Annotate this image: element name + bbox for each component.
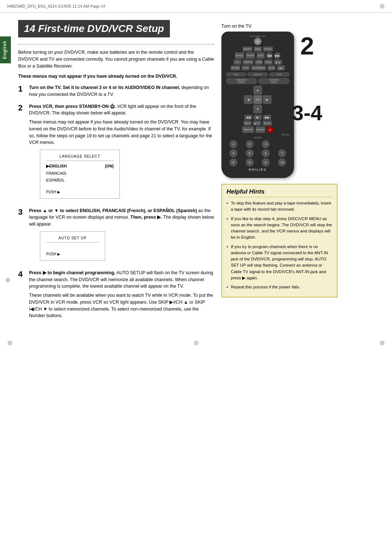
bottom-center-crosshair-icon: ⊕: [193, 339, 199, 347]
page-wrapper: H9821MD_DFU_EN1_0214 2/14/05 11:14 AM Pa…: [0, 0, 392, 555]
num-7-button[interactable]: 7: [278, 149, 286, 157]
step-2-number: 2: [18, 104, 26, 112]
step-4-number: 4: [18, 270, 26, 278]
transport-row: ◀◀ ▶ ▶▶: [226, 115, 290, 120]
ffwd-button[interactable]: ▶▶: [263, 115, 271, 120]
step-1-number: 1: [18, 85, 26, 93]
vcrtv-button[interactable]: VCR/TV: [247, 72, 268, 77]
mode-button[interactable]: MODE: [254, 46, 262, 52]
step-4: 4 Press ▶ to begin channel programming. …: [18, 270, 214, 319]
dpad-empty-1: [244, 86, 253, 94]
step-3-title: Press ▲ or ▼ to select ENGLISH, FRANCAIS…: [29, 208, 197, 213]
bottom-left-crosshair-icon: ⊕: [7, 339, 13, 347]
bottom-crosshairs: ⊕ ⊕ ⊕: [0, 339, 392, 347]
dpad-right-button[interactable]: ▶: [263, 95, 271, 104]
step-overlay-34: 3-4: [292, 102, 322, 123]
header-crosshair-icon: ⊕: [379, 2, 385, 10]
osd-header-1: LANGUAGE SELECT: [46, 154, 114, 161]
discvcr-menu-button[interactable]: DISC/VCRMENU: [226, 78, 257, 84]
record-button[interactable]: ●: [267, 126, 273, 133]
main-content: 14 First-time DVD/VCR Setup Before turni…: [0, 13, 392, 335]
play-button[interactable]: ▶: [254, 115, 262, 120]
num-plus10-button[interactable]: +10: [278, 158, 286, 166]
search-button[interactable]: SEARCH: [242, 46, 252, 52]
standby-button[interactable]: ⏻: [254, 38, 261, 45]
step-4-content: Press ▶ to begin channel programming. AU…: [29, 270, 214, 319]
repeat-button-1[interactable]: REPEAT: [235, 52, 244, 59]
dvd-button[interactable]: DVD: [269, 72, 290, 77]
bold-note: These menus may not appear if you have a…: [18, 73, 214, 80]
timer-set-button[interactable]: TIMER SET: [242, 126, 254, 133]
hint-3: If you try to program channels when ther…: [226, 244, 332, 281]
next-chapter-button[interactable]: ▶▶: [274, 52, 281, 59]
left-crosshair-icon: ⊕: [5, 276, 11, 284]
step-4-title: Press ▶ to begin channel programming.: [29, 270, 115, 275]
num-2-button[interactable]: 2: [246, 140, 254, 148]
return-row: RETURN TITLE CLEAR/RESET SLOW I◀▼: [226, 65, 290, 70]
step-3-content: Press ▲ or ▼ to select ENGLISH, FRANCAIS…: [29, 207, 214, 264]
num-4-button[interactable]: 4: [229, 149, 237, 157]
mode-btns-row: VCR VCR/TV DVD: [226, 72, 290, 77]
philips-logo: PHILIPS: [226, 168, 290, 171]
osd-language-select: LANGUAGE SELECT ▶ENGLISH[ON] FRANCAIS ES…: [40, 150, 120, 199]
display-button[interactable]: DISPLAY: [263, 46, 273, 52]
page-title-box: 14 First-time DVD/VCR Setup: [18, 20, 170, 37]
step-2-content: Press VCR, then press STANDBY-ON ⏻. VCR …: [29, 103, 214, 202]
dpad-up-button[interactable]: ▲: [253, 86, 262, 94]
step-2-note: These menus may not appear if you have a…: [29, 119, 214, 146]
num-3-button[interactable]: 3: [262, 140, 270, 148]
skip-ch-up-button[interactable]: ▶I▲: [274, 60, 282, 65]
step-2: 2 Press VCR, then press STANDBY-ON ⏻. VC…: [18, 103, 214, 202]
rewind-button[interactable]: ◀◀: [244, 115, 252, 120]
title-button[interactable]: TITLE: [242, 65, 250, 70]
num-0-button[interactable]: 0: [262, 158, 270, 166]
skip-ch-down-button[interactable]: I◀▼: [277, 65, 285, 70]
dpad-down-button[interactable]: ▼: [253, 105, 262, 113]
subtitle-row: A·B SUBTITLE ZOOM ANGLE ▶I▲: [226, 60, 290, 65]
subtitle-button[interactable]: SUBTITLE: [243, 60, 254, 65]
slow-button[interactable]: SLOW: [268, 65, 275, 70]
num-8-button[interactable]: 8: [229, 158, 237, 166]
prev-chapter-button[interactable]: ◀◀: [266, 52, 273, 59]
ab-button[interactable]: A·B: [233, 60, 241, 65]
step-1-title: Turn on the TV. Set it to channel 3 or 4…: [29, 85, 180, 90]
step-4-note: These channels will be available when yo…: [29, 292, 214, 319]
marker-button[interactable]: MARKER: [256, 126, 265, 133]
num-5-button[interactable]: 5: [246, 149, 254, 157]
standby-label: STANDBY·ON: [226, 35, 290, 37]
repeat-button-2[interactable]: REPEAT: [246, 52, 255, 59]
audio-button[interactable]: AUDIO: [257, 52, 265, 59]
page-title: 14 First-time DVD/VCR Setup: [24, 23, 164, 35]
step-2-title: Press VCR, then press STANDBY-ON ⏻.: [29, 104, 116, 109]
osd-item-english: ▶ENGLISH[ON]: [46, 163, 114, 169]
osd-header-2: AUTO SET UP: [46, 235, 99, 243]
play-button-2[interactable]: ▶PLAY: [253, 121, 261, 126]
stop-button[interactable]: ■STOP: [244, 121, 252, 126]
angle-button[interactable]: ANGLE: [264, 60, 273, 65]
page-header: H9821MD_DFU_EN1_0214 2/14/05 11:14 AM Pa…: [0, 0, 392, 13]
system-menu-button[interactable]: SYSTEMMENU: [258, 78, 290, 84]
return-button[interactable]: RETURN: [230, 65, 240, 70]
vcr-button[interactable]: VCR: [226, 72, 246, 77]
num-1-button[interactable]: 1: [229, 140, 237, 148]
hint-4: Repeat this process if the power fails.: [226, 284, 332, 290]
hint-1: To skip this feature and play a tape imm…: [226, 200, 332, 213]
step-1-content: Turn on the TV. Set it to channel 3 or 4…: [29, 84, 214, 98]
osd-item-francais: FRANCAIS: [46, 170, 114, 177]
num-6-button[interactable]: 6: [262, 149, 270, 157]
clear-reset-button[interactable]: CLEAR/RESET: [251, 65, 266, 70]
hint-2: If you like to skip step 4, press DISC/V…: [226, 216, 332, 241]
dpad-left-button[interactable]: ◀: [244, 95, 253, 104]
osd-push-2: PUSH ▶: [46, 251, 99, 257]
timer-row: TIMER SET MARKER ●: [226, 126, 290, 133]
ok-button[interactable]: OK: [253, 95, 262, 104]
speed-label: SPEED: [226, 137, 290, 139]
dpad: ▲ ◀ OK ▶ ▼: [226, 86, 290, 113]
zoom-button[interactable]: ZOOM: [255, 60, 263, 65]
intro-text: Before turning on your DVD/VCR, make sur…: [18, 49, 214, 69]
pause-button[interactable]: ⏸PAUSE: [262, 121, 271, 126]
osd-item-espanol: ESPAÑOL: [46, 177, 114, 183]
right-column: Turn on the TV. 2 3-4 STANDBY·ON ⏻ SEAR: [221, 20, 338, 324]
dpad-empty-3: [244, 105, 253, 113]
num-9-button[interactable]: 9: [246, 158, 254, 166]
